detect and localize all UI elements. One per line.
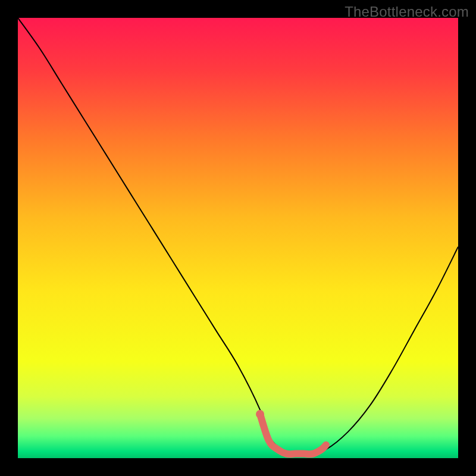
- bottleneck-curve: [18, 18, 458, 455]
- watermark-text: TheBottleneck.com: [345, 4, 469, 20]
- optimal-marker-start: [256, 410, 264, 418]
- chart-frame: TheBottleneck.com: [0, 0, 476, 476]
- optimal-band: [260, 414, 326, 454]
- curve-layer: [18, 18, 458, 458]
- plot-area: [18, 18, 458, 458]
